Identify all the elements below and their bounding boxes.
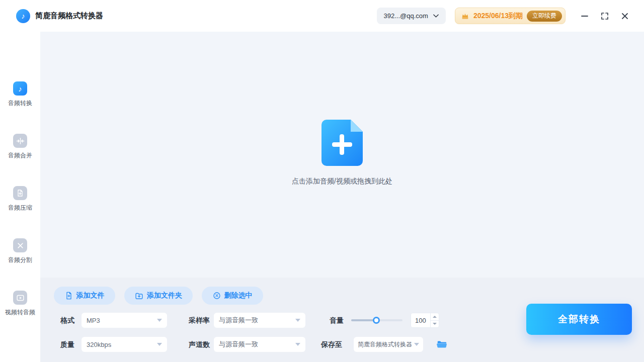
audio-split-icon [13,238,27,252]
triangle-up-icon [433,316,437,318]
folder-icon [436,339,447,350]
plus-icon [340,134,344,155]
triangle-down-icon [433,323,437,325]
sample-rate-dropdown[interactable]: 与源音频一致 [214,313,305,328]
close-button[interactable] [617,8,633,24]
add-file-big-icon[interactable] [321,120,363,166]
channels-value: 与源音频一致 [219,340,258,349]
main-panel: 点击添加音频/视频或拖拽到此处 添加文件 添加文件夹 删除选中 格式 MP3 [40,32,644,362]
sidebar-item-audio-split[interactable]: 音频分割 [0,238,40,264]
dropzone[interactable]: 点击添加音频/视频或拖拽到此处 [40,32,644,278]
audio-compress-icon [13,186,27,200]
channels-label: 声道数 [189,337,210,352]
minimize-button[interactable] [577,8,593,24]
sidebar-item-label: 音频分割 [8,256,32,264]
quality-dropdown[interactable]: 320kbps [82,337,167,352]
app-title: 简鹿音频格式转换器 [35,11,103,21]
format-value: MP3 [87,317,100,324]
add-file-label: 添加文件 [76,291,105,300]
sidebar-item-audio-compress[interactable]: 音频压缩 [0,186,40,212]
format-label: 格式 [60,313,74,328]
audio-merge-icon [13,134,27,148]
volume-slider-knob[interactable] [373,317,380,324]
sidebar-item-label: 音频转换 [8,99,32,108]
sidebar-item-label: 视频转音频 [5,308,35,317]
volume-slider[interactable] [351,319,403,321]
channels-dropdown[interactable]: 与源音频一致 [214,337,305,352]
save-to-value: 简鹿音频格式转换器 [358,340,412,349]
topbar-right: 392...@qq.com 2025/06/13到期 立即续费 [377,8,633,24]
video-to-audio-icon [13,291,27,305]
sidebar-item-audio-convert[interactable]: ♪ 音频转换 [0,81,40,108]
spinner-up-button[interactable] [431,313,439,321]
dropzone-hint: 点击添加音频/视频或拖拽到此处 [40,177,644,186]
volume-spinner [430,313,439,327]
quality-value: 320kbps [87,341,111,348]
sidebar-item-video-to-audio[interactable]: 视频转音频 [0,291,40,317]
dropdown-arrow-icon [295,343,300,346]
dropdown-arrow-icon [157,319,162,322]
file-plus-icon [65,292,73,300]
sidebar: ♪ 音频转换 音频合并 音频压缩 [0,32,40,362]
add-folder-label: 添加文件夹 [147,291,182,300]
crown-icon [461,12,469,20]
dropdown-arrow-icon [414,343,419,346]
add-folder-button[interactable]: 添加文件夹 [124,287,193,305]
sidebar-item-label: 音频合并 [8,151,32,160]
expiry-date: 2025/06/13到期 [473,12,523,21]
save-to-dropdown[interactable]: 简鹿音频格式转换器 [354,337,423,352]
spinner-down-button[interactable] [431,321,439,328]
delete-selected-label: 删除选中 [224,291,253,300]
folder-plus-icon [135,292,143,300]
circle-x-icon [213,292,221,300]
volume-input[interactable] [411,313,430,327]
open-folder-button[interactable] [436,338,448,350]
chevron-down-icon [433,14,439,18]
sample-rate-value: 与源音频一致 [219,316,258,325]
music-note-glyph: ♪ [21,12,25,20]
convert-all-button[interactable]: 全部转换 [526,304,632,335]
app-logo-icon: ♪ [16,9,30,23]
add-file-button[interactable]: 添加文件 [54,287,115,305]
delete-selected-button[interactable]: 删除选中 [202,287,263,305]
renew-button[interactable]: 立即续费 [527,11,562,22]
dropdown-arrow-icon [157,343,162,346]
save-to-label: 保存至 [321,337,342,352]
window-controls [577,8,633,24]
page-fold [351,120,363,132]
quality-label: 质量 [60,337,74,352]
sidebar-item-label: 音频压缩 [8,204,32,212]
sample-rate-label: 采样率 [189,313,210,328]
volume-label: 音量 [330,313,344,328]
audio-convert-icon: ♪ [13,81,27,96]
account-dropdown[interactable]: 392...@qq.com [377,8,446,24]
app-window: ♪ 简鹿音频格式转换器 392...@qq.com 2025/06/13到期 立… [0,0,644,362]
brand: ♪ 简鹿音频格式转换器 [16,9,103,23]
top-bar: ♪ 简鹿音频格式转换器 392...@qq.com 2025/06/13到期 立… [0,0,644,32]
dropdown-arrow-icon [295,319,300,322]
volume-input-box [411,313,439,328]
license-banner: 2025/06/13到期 立即续费 [455,8,566,24]
account-email: 392...@qq.com [384,12,428,20]
maximize-button[interactable] [597,8,613,24]
format-dropdown[interactable]: MP3 [82,313,167,328]
sidebar-item-audio-merge[interactable]: 音频合并 [0,134,40,160]
